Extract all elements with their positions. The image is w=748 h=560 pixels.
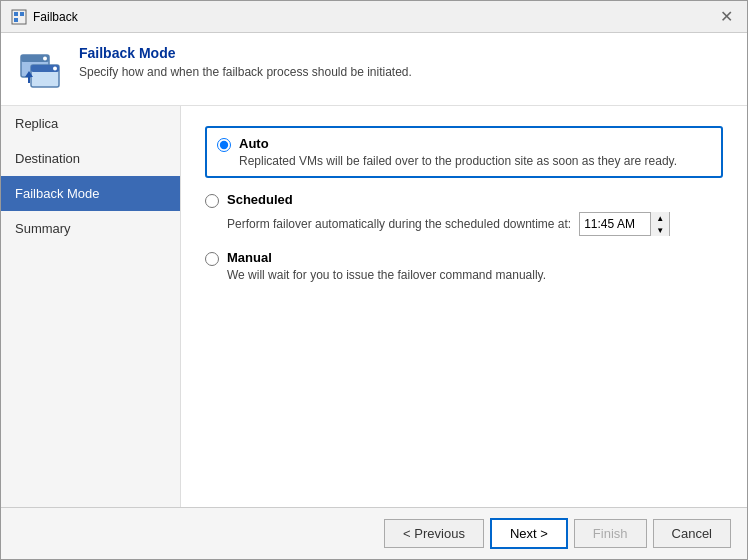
footer: < Previous Next > Finish Cancel — [1, 507, 747, 559]
time-down-button[interactable]: ▼ — [651, 224, 669, 236]
option-manual-label: Manual — [227, 250, 272, 265]
option-manual-desc: We will wait for you to issue the failov… — [227, 268, 723, 282]
option-manual-container: Manual We will wait for you to issue the… — [205, 250, 723, 282]
main-content: Auto Replicated VMs will be failed over … — [181, 106, 747, 507]
finish-button[interactable]: Finish — [574, 519, 647, 548]
svg-point-9 — [53, 67, 57, 71]
option-group: Auto Replicated VMs will be failed over … — [205, 126, 723, 282]
option-auto-label: Auto — [239, 136, 269, 151]
close-button[interactable]: ✕ — [716, 9, 737, 25]
option-scheduled-row: Scheduled — [205, 192, 723, 208]
option-auto-radio[interactable] — [217, 138, 231, 152]
time-input-container: ▲ ▼ — [579, 212, 670, 236]
titlebar: Failback ✕ — [1, 1, 747, 33]
titlebar-left: Failback — [11, 9, 78, 25]
option-auto-desc: Replicated VMs will be failed over to th… — [239, 154, 711, 168]
header-description: Specify how and when the failback proces… — [79, 65, 412, 79]
svg-rect-3 — [14, 18, 18, 22]
content-area: Replica Destination Failback Mode Summar… — [1, 106, 747, 507]
option-scheduled-label: Scheduled — [227, 192, 293, 207]
window-icon — [11, 9, 27, 25]
time-up-button[interactable]: ▲ — [651, 212, 669, 224]
main-window: Failback ✕ Failback Mode Specify h — [0, 0, 748, 560]
header-title: Failback Mode — [79, 45, 412, 61]
sidebar-item-failback-mode[interactable]: Failback Mode — [1, 176, 180, 211]
failback-wizard-icon — [17, 45, 65, 93]
sidebar-item-destination[interactable]: Destination — [1, 141, 180, 176]
option-scheduled-container: Scheduled Perform failover automatically… — [205, 192, 723, 236]
next-button[interactable]: Next > — [490, 518, 568, 549]
option-auto-container: Auto Replicated VMs will be failed over … — [205, 126, 723, 178]
time-input[interactable] — [580, 217, 650, 231]
scheduled-time-row: Perform failover automatically during th… — [227, 212, 723, 236]
option-manual-row: Manual — [205, 250, 723, 266]
header-text: Failback Mode Specify how and when the f… — [79, 45, 412, 79]
sidebar: Replica Destination Failback Mode Summar… — [1, 106, 181, 507]
previous-button[interactable]: < Previous — [384, 519, 484, 548]
header: Failback Mode Specify how and when the f… — [1, 33, 747, 106]
sidebar-item-summary[interactable]: Summary — [1, 211, 180, 246]
window-title: Failback — [33, 10, 78, 24]
svg-rect-2 — [20, 12, 24, 16]
option-auto-row: Auto — [217, 136, 711, 152]
header-icon-container — [17, 45, 65, 93]
scheduled-desc-label: Perform failover automatically during th… — [227, 217, 571, 231]
svg-rect-1 — [14, 12, 18, 16]
option-manual-radio[interactable] — [205, 252, 219, 266]
option-scheduled-radio[interactable] — [205, 194, 219, 208]
time-spinner: ▲ ▼ — [650, 212, 669, 236]
sidebar-item-replica[interactable]: Replica — [1, 106, 180, 141]
svg-point-6 — [43, 57, 47, 61]
cancel-button[interactable]: Cancel — [653, 519, 731, 548]
